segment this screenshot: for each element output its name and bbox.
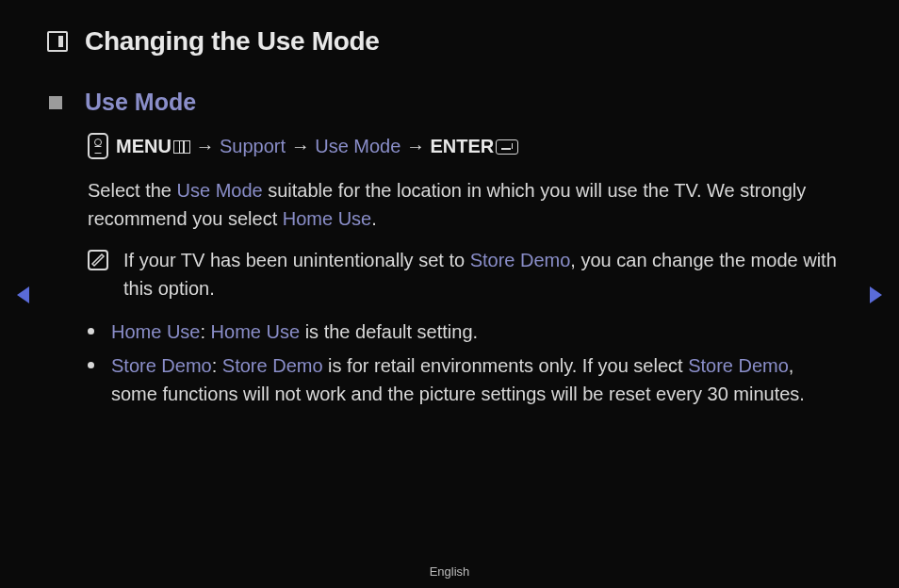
- section-heading: Use Mode: [85, 89, 196, 116]
- menu-label: MENU: [116, 136, 172, 156]
- bullet-home-text: Home Use: Home Use is the default settin…: [111, 318, 478, 346]
- colon: :: [200, 321, 210, 342]
- footer-language: English: [0, 564, 899, 579]
- store-demo-link: Store Demo: [470, 250, 571, 270]
- colon: :: [212, 355, 222, 376]
- note-text: If your TV has been unintentionally set …: [123, 246, 842, 302]
- menu-path-text: MENU → Support → Use Mode → ENTER: [116, 136, 518, 157]
- page-title-row: Changing the Use Mode: [0, 0, 899, 57]
- enter-icon: [496, 139, 518, 155]
- book-icon: [47, 31, 68, 52]
- enter-label: ENTER: [430, 136, 494, 156]
- square-bullet-icon: [49, 96, 62, 109]
- body-text-a: Select the: [88, 180, 177, 201]
- next-page-button[interactable]: [870, 286, 882, 303]
- arrow-icon: →: [406, 136, 425, 156]
- home-use-link: Home Use: [111, 321, 200, 342]
- bullet-icon: [88, 328, 94, 335]
- menu-grid-icon: [173, 140, 190, 154]
- store-mid: is for retail environments only. If you …: [323, 355, 689, 376]
- section-heading-row: Use Mode: [0, 57, 899, 116]
- store-demo-link: Store Demo: [222, 355, 323, 376]
- list-item: Home Use: Home Use is the default settin…: [88, 312, 842, 346]
- list-item: Store Demo: Store Demo is for retail env…: [88, 346, 842, 408]
- note-icon: [88, 250, 108, 270]
- store-demo-link: Store Demo: [688, 355, 789, 376]
- note-row: If your TV has been unintentionally set …: [0, 233, 899, 302]
- bullet-icon: [88, 362, 94, 368]
- page-title: Changing the Use Mode: [85, 26, 380, 57]
- note-a: If your TV has been unintentionally set …: [123, 250, 470, 270]
- home-use-link: Home Use: [283, 208, 371, 229]
- arrow-icon: →: [291, 136, 310, 156]
- arrow-icon: →: [195, 136, 214, 156]
- remote-icon: [88, 133, 108, 159]
- use-mode-link: Use Mode: [177, 180, 263, 201]
- menu-path-support: Support: [220, 136, 286, 156]
- menu-path: MENU → Support → Use Mode → ENTER: [0, 116, 899, 159]
- prev-page-button[interactable]: [17, 286, 29, 303]
- menu-path-usemode: Use Mode: [315, 136, 400, 156]
- bullet-store-text: Store Demo: Store Demo is for retail env…: [111, 351, 842, 408]
- body-text-c: .: [371, 208, 377, 229]
- bullet-list: Home Use: Home Use is the default settin…: [0, 302, 899, 408]
- home-rest: is the default setting.: [300, 321, 478, 342]
- store-demo-link: Store Demo: [111, 355, 212, 376]
- home-use-link: Home Use: [211, 321, 300, 342]
- body-paragraph: Select the Use Mode suitable for the loc…: [0, 159, 899, 233]
